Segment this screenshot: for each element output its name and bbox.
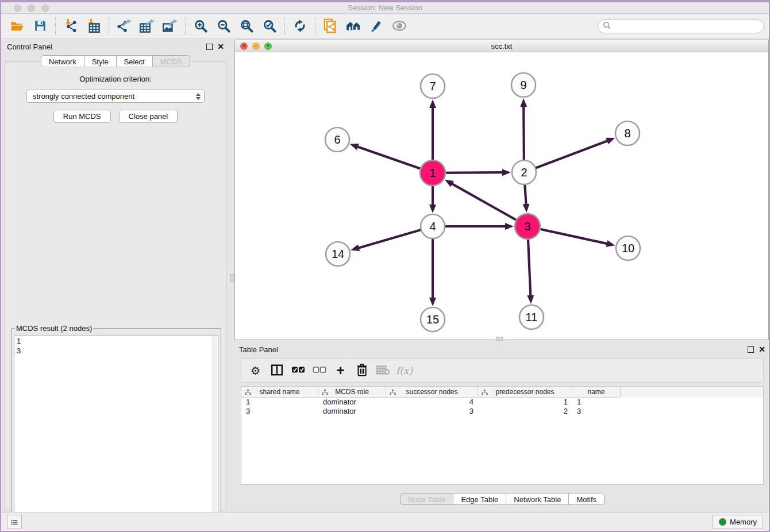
column-header-MCDS-role[interactable]: MCDS role xyxy=(318,387,386,398)
table-float-panel-icon[interactable] xyxy=(748,346,754,353)
delete-row-button[interactable] xyxy=(352,361,371,380)
cell-successor-nodes[interactable]: 3 xyxy=(386,407,478,416)
save-session-icon xyxy=(34,20,47,34)
column-label: successor nodes xyxy=(406,388,457,396)
vertical-splitter-grip[interactable] xyxy=(230,274,234,282)
settings-gear-button[interactable]: ⚙ xyxy=(246,361,265,380)
node-label: 4 xyxy=(429,220,436,233)
zoom-fit-button[interactable] xyxy=(235,16,258,37)
node-11[interactable]: 11 xyxy=(519,305,544,329)
tab-network[interactable]: Network xyxy=(41,55,84,67)
column-label: MCDS role xyxy=(335,388,369,396)
node-label: 11 xyxy=(526,311,538,323)
cell-name[interactable]: 1 xyxy=(572,398,621,407)
column-header-shared-name[interactable]: shared name xyxy=(241,387,318,398)
table-close-panel-icon[interactable]: ✕ xyxy=(759,346,765,353)
export-image-button[interactable] xyxy=(159,16,182,37)
apply-style-button[interactable] xyxy=(365,16,388,37)
node-14[interactable]: 14 xyxy=(326,242,350,266)
zoom-out-button[interactable] xyxy=(212,16,235,37)
tab-network-table[interactable]: Network Table xyxy=(506,493,569,505)
export-network-icon xyxy=(117,19,132,34)
zoom-in-button[interactable] xyxy=(189,16,212,37)
cell-MCDS-role[interactable]: dominator xyxy=(318,398,386,407)
network-window-titlebar[interactable]: ✕ − + scc.txt xyxy=(235,40,768,52)
cell-name[interactable]: 3 xyxy=(572,407,621,416)
table-panel: Table Panel ✕ ⚙+f(x) shared nameMCDS rol… xyxy=(234,343,770,511)
zoom-selected-button[interactable] xyxy=(258,16,281,37)
edge-2-8[interactable] xyxy=(524,141,608,172)
network-canvas[interactable]: 7968124314101511 xyxy=(235,53,768,340)
cell-shared-name[interactable]: 1 xyxy=(241,398,318,407)
select-all-button[interactable] xyxy=(288,361,307,380)
show-hide-button[interactable] xyxy=(388,16,411,37)
network-splitter-grip[interactable] xyxy=(496,337,503,341)
memory-button[interactable]: Memory xyxy=(713,515,763,529)
network-graph[interactable]: 7968124314101511 xyxy=(235,53,768,340)
table-header-row: shared nameMCDS rolesuccessor nodesprede… xyxy=(241,387,763,398)
application-window: Session: New Session Control Panel ✕ Net… xyxy=(0,0,770,532)
node-15[interactable]: 15 xyxy=(421,307,445,331)
column-header-successor-nodes[interactable]: successor nodes xyxy=(386,387,478,398)
tab-edge-table[interactable]: Edge Table xyxy=(453,493,506,505)
cell-shared-name[interactable]: 3 xyxy=(241,407,318,416)
mcds-result-list: 13 xyxy=(14,335,218,532)
node-8[interactable]: 8 xyxy=(615,121,640,145)
search-box[interactable] xyxy=(598,20,764,33)
save-session-button[interactable] xyxy=(29,16,52,37)
node-6[interactable]: 6 xyxy=(325,128,349,152)
sort-hierarchy-icon xyxy=(482,389,488,397)
tab-select[interactable]: Select xyxy=(116,55,153,67)
node-10[interactable]: 10 xyxy=(616,236,640,260)
toggle-columns-button[interactable] xyxy=(267,361,286,380)
node-label: 1 xyxy=(429,167,436,179)
result-scrollbar[interactable] xyxy=(212,336,217,532)
open-file-button[interactable] xyxy=(6,16,29,37)
node-table: shared nameMCDS rolesuccessor nodesprede… xyxy=(241,386,764,485)
node-7[interactable]: 7 xyxy=(421,74,445,98)
node-9[interactable]: 9 xyxy=(511,73,536,97)
table-body: 1dominator4113dominator323 xyxy=(241,398,763,416)
refresh-layout-button[interactable] xyxy=(288,16,311,37)
add-row-button[interactable]: + xyxy=(331,361,350,380)
cell-successor-nodes[interactable]: 4 xyxy=(386,398,478,407)
status-menu-button[interactable] xyxy=(7,515,22,529)
run-mcds-button[interactable]: Run MCDS xyxy=(53,110,111,123)
control-panel-tabs: NetworkStyleSelectMCDS xyxy=(2,55,229,67)
nested-networks-button[interactable] xyxy=(342,16,365,37)
close-panel-button[interactable]: Close panel xyxy=(119,110,178,123)
import-network-button[interactable] xyxy=(59,16,82,37)
tab-node-table[interactable]: Node Table xyxy=(400,493,454,505)
import-table-button[interactable] xyxy=(82,16,105,37)
export-image-icon xyxy=(163,19,178,34)
export-table-button[interactable] xyxy=(136,16,159,37)
delete-table-button xyxy=(374,361,392,380)
node-4[interactable]: 4 xyxy=(421,214,445,238)
node-label: 14 xyxy=(332,248,344,260)
column-header-name[interactable]: name xyxy=(572,387,621,398)
tab-motifs[interactable]: Motifs xyxy=(568,493,605,505)
node-3[interactable]: 3 xyxy=(515,214,540,239)
import-table-icon xyxy=(87,19,101,34)
tab-mcds[interactable]: MCDS xyxy=(152,55,190,67)
search-input[interactable] xyxy=(614,22,759,32)
cell-predecessor-nodes[interactable]: 2 xyxy=(478,407,572,416)
deselect-all-button[interactable] xyxy=(310,361,329,380)
cell-predecessor-nodes[interactable]: 1 xyxy=(478,398,572,407)
criterion-dropdown[interactable]: strongly connected component xyxy=(26,90,205,103)
column-header-predecessor-nodes[interactable]: predecessor nodes xyxy=(478,387,572,398)
cell-MCDS-role[interactable]: dominator xyxy=(318,407,386,416)
sort-hierarchy-icon xyxy=(322,389,328,397)
table-row[interactable]: 1dominator411 xyxy=(241,398,763,407)
tab-style[interactable]: Style xyxy=(84,55,117,67)
mcds-result-legend: MCDS result (2 nodes) xyxy=(15,324,93,333)
mcds-result-item: 1 xyxy=(17,336,215,346)
close-panel-icon[interactable]: ✕ xyxy=(217,44,224,50)
node-1[interactable]: 1 xyxy=(420,160,445,186)
export-network-button[interactable] xyxy=(113,16,136,37)
copy-network-button[interactable] xyxy=(319,16,342,37)
float-panel-icon[interactable] xyxy=(206,44,213,50)
memory-status-icon xyxy=(719,518,726,526)
node-2[interactable]: 2 xyxy=(512,160,536,184)
table-row[interactable]: 3dominator323 xyxy=(241,407,763,416)
